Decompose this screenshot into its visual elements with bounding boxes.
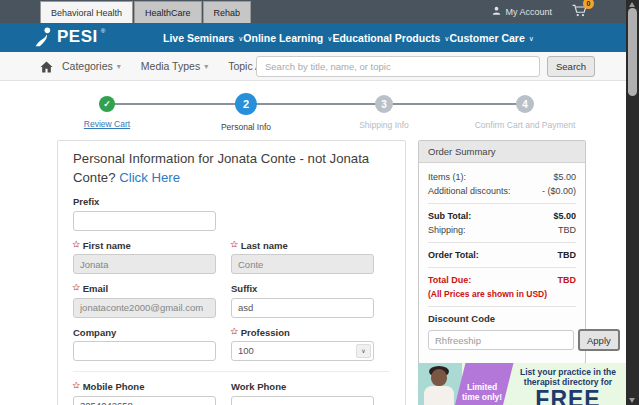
chevron-down-icon: ∨ <box>238 35 243 43</box>
usd-note: (All Prices are shown in USD) <box>419 288 585 300</box>
nav-educational-products[interactable]: Educational Products ∨ <box>332 32 449 44</box>
subtotal-label: Sub Total: <box>428 210 471 222</box>
personal-info-form: Personal Information for Jonata Conte - … <box>57 140 406 405</box>
apply-discount-button[interactable]: Apply <box>578 329 620 351</box>
registered-mark: ® <box>101 26 105 36</box>
profession-label: ✩ Profession <box>231 327 374 338</box>
discount-code-label: Discount Code <box>419 313 585 324</box>
nav-live-seminars-label: Live Seminars <box>163 32 234 44</box>
page-scrollbar[interactable] <box>626 0 639 405</box>
company-field[interactable] <box>73 341 216 361</box>
profession-label-text: Profession <box>241 327 290 338</box>
order-total-label: Order Total: <box>428 249 479 261</box>
scrollbar-up-arrow-icon[interactable] <box>629 2 635 7</box>
order-summary-body: Items (1): $5.00 Additional discounts: -… <box>419 163 585 363</box>
email-field <box>73 298 216 318</box>
required-star-icon: ✩ <box>73 240 80 250</box>
search-input[interactable] <box>256 56 540 77</box>
not-you-link[interactable]: Click Here <box>119 170 180 185</box>
ad-ribbon-text: Limited time only! <box>458 383 506 403</box>
caret-down-icon: ▾ <box>204 62 208 71</box>
items-value: $5.00 <box>553 171 576 183</box>
summary-divider <box>428 203 576 204</box>
nav-customer-care[interactable]: Customer Care ∨ <box>449 32 533 44</box>
primary-nav: PESI ® Live Seminars ∨ Online Learning ∨… <box>0 23 639 52</box>
discounts-row: Additional discounts: - ($0.00) <box>419 185 585 197</box>
search-button[interactable]: Search <box>547 56 595 77</box>
last-name-field <box>231 254 374 274</box>
subtotal-row: Sub Total: $5.00 <box>419 210 585 222</box>
shipping-value: TBD <box>558 224 576 236</box>
profession-selected-value: 100 <box>238 345 254 356</box>
select-chevron-icon: ∨ <box>356 344 371 358</box>
nav-customer-care-label: Customer Care <box>449 32 524 44</box>
ad-free-text: FREE <box>506 388 630 405</box>
shipping-row: Shipping: TBD <box>419 224 585 236</box>
mobile-phone-field[interactable] <box>73 396 216 405</box>
required-star-icon: ✩ <box>231 240 238 250</box>
first-name-label: ✩ First name <box>73 240 216 251</box>
scrollbar-thumb[interactable] <box>628 8 637 96</box>
summary-divider <box>428 306 576 307</box>
step-personal-info-label: Personal Info <box>186 122 306 132</box>
profession-select[interactable]: 100 ∨ <box>231 341 374 361</box>
step-confirm-payment-label: Confirm Cart and Payment <box>459 120 591 130</box>
cart-button[interactable]: 0 <box>572 3 587 21</box>
therapist-directory-ad[interactable]: Limited time only! List your practice in… <box>418 363 630 405</box>
required-star-icon: ✩ <box>73 283 80 293</box>
total-due-label: Total Due: <box>428 274 471 286</box>
menu-media-types-label: Media Types <box>141 60 200 72</box>
my-account-button[interactable]: My Account <box>492 6 552 17</box>
step-review-cart-link[interactable]: Review Cart <box>47 119 167 129</box>
pesi-logo[interactable]: PESI ® <box>34 26 105 52</box>
email-label: ✩ Email <box>73 283 216 294</box>
work-phone-label-text: Work Phone <box>231 381 286 392</box>
tab-healthcare[interactable]: HealthCare <box>134 1 202 23</box>
nav-educational-products-label: Educational Products <box>332 32 440 44</box>
scrollbar-down-arrow-icon[interactable] <box>629 398 635 403</box>
site-section-tabs: Behavioral Health HealthCare Rehab <box>40 1 252 23</box>
discount-code-input[interactable] <box>428 330 574 350</box>
order-summary-panel: Order Summary Items (1): $5.00 Additiona… <box>418 140 586 364</box>
email-label-text: Email <box>83 283 108 294</box>
company-label: Company <box>73 327 216 338</box>
mobile-phone-label: ✩ Mobile Phone <box>73 381 216 392</box>
brand-name: PESI <box>57 26 98 48</box>
items-row: Items (1): $5.00 <box>419 171 585 183</box>
work-phone-field[interactable] <box>231 396 374 405</box>
order-total-row: Order Total: TBD <box>419 249 585 261</box>
chevron-down-icon: ∨ <box>327 35 332 43</box>
company-label-text: Company <box>73 327 116 338</box>
suffix-label-text: Suffix <box>231 283 257 294</box>
menu-media-types[interactable]: Media Types ▾ <box>141 60 208 72</box>
work-phone-label: Work Phone <box>231 381 374 392</box>
home-icon[interactable] <box>40 59 53 77</box>
discounts-value: - ($0.00) <box>542 185 576 197</box>
step-confirm-payment: 4 Confirm Cart and Payment <box>459 93 591 130</box>
first-name-field <box>73 254 216 274</box>
summary-divider <box>428 242 576 243</box>
shipping-label: Shipping: <box>428 224 466 236</box>
suffix-field[interactable] <box>231 298 374 318</box>
menu-categories[interactable]: Categories ▾ <box>62 60 121 72</box>
subtotal-value: $5.00 <box>553 210 576 222</box>
prefix-field[interactable] <box>73 211 216 231</box>
nav-online-learning[interactable]: Online Learning ∨ <box>243 32 332 44</box>
ad-person-shirt <box>424 386 454 405</box>
step-upcoming-dot: 3 <box>375 95 393 113</box>
my-account-label: My Account <box>505 7 552 17</box>
caret-down-icon: ▾ <box>117 62 121 71</box>
tab-behavioral-health[interactable]: Behavioral Health <box>40 1 133 23</box>
nav-live-seminars[interactable]: Live Seminars ∨ <box>163 32 243 44</box>
form-heading-text: Personal Information for Jonata Conte - … <box>73 151 369 185</box>
pesi-logo-icon <box>34 26 54 52</box>
total-due-row: Total Due: TBD <box>419 274 585 286</box>
step-shipping-info-label: Shipping Info <box>324 120 444 130</box>
mobile-phone-label-text: Mobile Phone <box>83 381 145 392</box>
tab-rehab[interactable]: Rehab <box>203 1 252 23</box>
primary-nav-items: Live Seminars ∨ Online Learning ∨ Educat… <box>163 23 481 52</box>
discounts-label: Additional discounts: <box>428 185 511 197</box>
chevron-down-icon: ∨ <box>529 35 534 43</box>
ad-copy: List your practice in the therapist dire… <box>506 363 630 405</box>
last-name-label: ✩ Last name <box>231 240 374 251</box>
